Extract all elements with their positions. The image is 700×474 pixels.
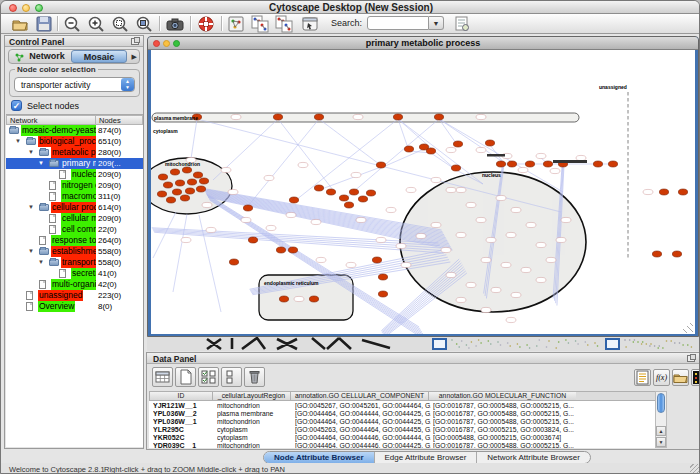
expand-arrow-icon[interactable]: ▼ xyxy=(28,204,34,210)
tree-item-label[interactable]: cellular metabol xyxy=(61,213,96,224)
tab-network[interactable]: Network xyxy=(25,50,69,63)
tree-col-nodes[interactable]: Nodes xyxy=(95,115,143,125)
node[interactable] xyxy=(248,237,257,243)
node[interactable] xyxy=(166,197,175,203)
node-label[interactable] xyxy=(431,177,441,182)
table-row[interactable]: YKR052Ccytoplasm[GO:0044464, GO:0044446,… xyxy=(149,434,656,442)
node-label[interactable] xyxy=(386,207,396,212)
tree-row[interactable]: ▼primary metabo209(... xyxy=(6,158,143,169)
node-label[interactable] xyxy=(466,202,476,207)
tree-item-label[interactable]: biological_process xyxy=(38,136,96,147)
node[interactable] xyxy=(163,182,172,188)
node-label[interactable] xyxy=(576,155,586,160)
node[interactable] xyxy=(273,114,282,120)
table-row[interactable]: YPL036W__1mitochondrion[GO:0044464, GO:0… xyxy=(149,418,656,426)
tree-row[interactable]: Overview8(0) xyxy=(6,301,143,312)
node[interactable] xyxy=(172,189,181,195)
tab-edge-attribute-browser[interactable]: Edge Attribute Browser xyxy=(375,452,478,463)
node-label[interactable] xyxy=(401,262,411,267)
import-attributes-folder-icon[interactable] xyxy=(672,369,689,386)
node-label[interactable] xyxy=(561,217,571,222)
node-label[interactable] xyxy=(441,247,451,252)
node[interactable] xyxy=(485,140,494,146)
node[interactable] xyxy=(393,114,402,120)
search-config-icon[interactable] xyxy=(453,15,471,33)
tab-overflow-arrow[interactable]: ▶ xyxy=(132,53,137,61)
tree-row[interactable]: ▼metabolic process280(0) xyxy=(6,147,143,158)
node[interactable] xyxy=(314,114,323,120)
node[interactable] xyxy=(372,257,381,263)
tree-row[interactable]: ▼biological_process651(0) xyxy=(6,136,143,147)
color-attribute-select[interactable]: transporter activity ▲▼ xyxy=(14,77,135,92)
node[interactable] xyxy=(344,202,353,208)
node-label[interactable] xyxy=(506,232,516,237)
zoom-selected-icon[interactable] xyxy=(111,15,129,33)
tree-row[interactable]: macromolecule311(0) xyxy=(6,191,143,202)
node[interactable] xyxy=(288,247,297,253)
tree-item-label[interactable]: metabolic process xyxy=(51,147,96,158)
node[interactable] xyxy=(358,196,367,202)
tree-row[interactable]: ▼establishment of lo558(0) xyxy=(6,246,143,257)
open-session-icon[interactable] xyxy=(11,15,29,33)
node-label[interactable] xyxy=(536,277,546,282)
node-label[interactable] xyxy=(556,237,566,242)
node-label[interactable] xyxy=(316,257,326,262)
new-attribute-icon[interactable] xyxy=(175,367,196,387)
network-overview-icon[interactable] xyxy=(227,15,245,33)
node-label[interactable] xyxy=(521,267,531,272)
tab-node-attribute-browser[interactable]: Node Attribute Browser xyxy=(264,452,375,463)
table-scrollbar[interactable]: ▲ ▼ xyxy=(655,391,667,448)
node[interactable] xyxy=(434,114,443,120)
node[interactable] xyxy=(543,161,552,167)
node[interactable] xyxy=(426,148,435,154)
table-row[interactable]: YLR295Ccytoplasm[GO:0045263, GO:0044464,… xyxy=(149,426,656,434)
float-panel-icon[interactable] xyxy=(131,38,139,45)
help-lifering-icon[interactable] xyxy=(197,15,215,33)
node-label[interactable] xyxy=(231,114,241,119)
node-label[interactable] xyxy=(481,307,491,312)
node-label[interactable] xyxy=(416,233,426,238)
tree-row[interactable]: cell communicat22(0) xyxy=(6,224,143,235)
import-attributes-icon[interactable] xyxy=(275,15,293,33)
expand-arrow-icon[interactable]: ▼ xyxy=(28,248,34,254)
node-label[interactable] xyxy=(431,222,441,227)
node[interactable] xyxy=(243,205,252,211)
node-label[interactable] xyxy=(221,167,231,172)
node-label[interactable] xyxy=(643,189,653,194)
node-label[interactable] xyxy=(446,187,456,192)
tree-item-label[interactable]: establishment of lo xyxy=(51,246,96,257)
node[interactable] xyxy=(376,162,385,168)
node-label[interactable] xyxy=(228,189,238,194)
node-label[interactable] xyxy=(376,237,386,242)
node-label[interactable] xyxy=(546,257,556,262)
node[interactable] xyxy=(496,161,505,167)
tree-row[interactable]: response to stimulu264(0) xyxy=(6,235,143,246)
node[interactable] xyxy=(289,197,298,203)
node-label[interactable] xyxy=(526,222,536,227)
tree-item-label[interactable]: primary metabo xyxy=(61,158,96,169)
node-label[interactable] xyxy=(491,287,501,292)
node-label[interactable] xyxy=(351,172,361,177)
node-label[interactable] xyxy=(536,153,546,158)
node[interactable] xyxy=(652,251,661,257)
table-row[interactable]: YDR039C__1mitochondrion[GO:0044464, GO:0… xyxy=(149,442,656,448)
tree-row[interactable]: secretion41(0) xyxy=(6,268,143,279)
node[interactable] xyxy=(279,296,288,302)
node[interactable] xyxy=(453,141,462,147)
node-label[interactable] xyxy=(264,175,274,180)
combo-stepper-icon[interactable]: ▲▼ xyxy=(121,78,134,91)
node-label[interactable] xyxy=(511,207,521,212)
col-id[interactable]: ID xyxy=(149,391,213,401)
node[interactable] xyxy=(659,189,668,195)
node-label[interactable] xyxy=(298,162,308,167)
node-label[interactable] xyxy=(456,232,466,237)
save-session-icon[interactable] xyxy=(35,15,53,33)
node[interactable] xyxy=(404,146,413,152)
tree-item-label[interactable]: cell communicat xyxy=(61,224,96,235)
node-label[interactable] xyxy=(496,195,506,200)
node-label[interactable] xyxy=(511,292,521,297)
node-label[interactable] xyxy=(294,296,304,301)
search-input[interactable] xyxy=(367,16,429,30)
node[interactable] xyxy=(196,186,205,192)
node-label[interactable] xyxy=(346,262,356,267)
